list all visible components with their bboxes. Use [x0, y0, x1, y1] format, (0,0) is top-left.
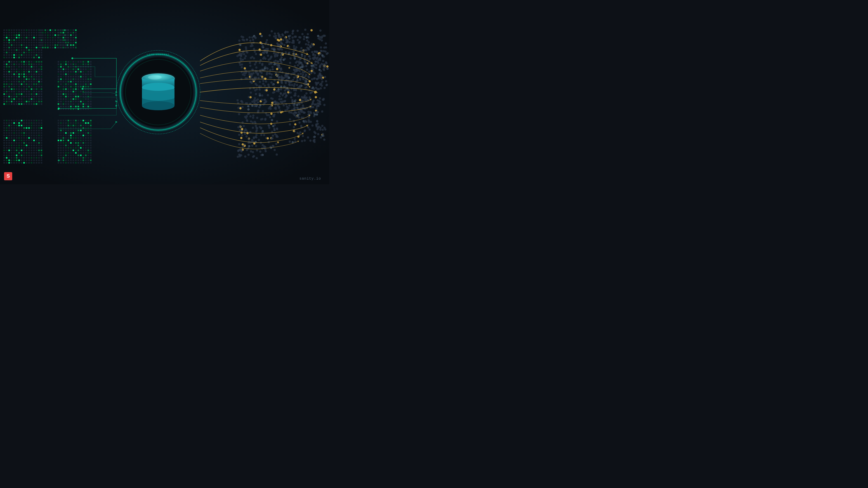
svg-rect-560: [41, 91, 42, 92]
svg-point-2059: [250, 150, 252, 153]
svg-rect-804: [80, 88, 82, 90]
svg-point-1501: [260, 42, 263, 45]
svg-rect-641: [58, 61, 59, 63]
svg-rect-1175: [38, 157, 40, 159]
svg-point-1819: [259, 100, 262, 102]
svg-rect-762: [80, 81, 82, 83]
svg-rect-238: [62, 37, 64, 38]
svg-rect-951: [38, 122, 40, 124]
svg-point-2299: [302, 117, 305, 119]
svg-point-2547: [296, 54, 299, 56]
svg-point-1621: [276, 64, 279, 66]
svg-rect-912: [70, 108, 72, 110]
svg-rect-613: [13, 101, 15, 102]
svg-rect-445: [33, 73, 35, 75]
svg-rect-1386: [80, 150, 82, 151]
svg-rect-461: [33, 76, 35, 77]
svg-rect-1454: [75, 162, 76, 164]
svg-point-2159: [292, 72, 294, 74]
svg-rect-215: [64, 32, 66, 33]
svg-rect-506: [26, 84, 27, 85]
svg-rect-863: [88, 98, 89, 100]
svg-rect-1037: [13, 137, 15, 139]
svg-point-2463: [320, 63, 323, 65]
svg-rect-1222: [90, 120, 92, 121]
svg-point-1667: [292, 40, 295, 42]
svg-rect-965: [33, 125, 35, 126]
svg-rect-1124: [31, 150, 32, 151]
svg-rect-243: [44, 39, 46, 41]
svg-point-1961: [261, 130, 264, 132]
svg-rect-450: [6, 76, 7, 77]
svg-rect-786: [70, 86, 72, 88]
svg-rect-1414: [80, 155, 82, 156]
svg-point-2392: [304, 139, 306, 142]
svg-rect-1446: [90, 160, 92, 161]
svg-rect-885: [72, 103, 74, 105]
svg-point-1529: [277, 52, 279, 54]
svg-point-2332: [297, 116, 299, 118]
svg-rect-862: [85, 98, 87, 100]
svg-point-1509: [264, 66, 266, 68]
svg-point-1770: [272, 68, 274, 70]
svg-point-2437: [304, 71, 306, 73]
svg-rect-226: [62, 34, 64, 36]
svg-point-2019: [269, 106, 271, 108]
svg-point-2334: [324, 128, 327, 131]
svg-rect-629: [13, 103, 15, 105]
svg-rect-968: [41, 125, 42, 126]
svg-point-1716: [283, 44, 285, 46]
svg-point-1590: [250, 57, 252, 59]
svg-rect-1326: [70, 140, 72, 141]
svg-rect-540: [31, 88, 32, 90]
svg-rect-291: [63, 29, 64, 31]
svg-rect-577: [3, 96, 5, 97]
svg-rect-727: [63, 76, 64, 77]
svg-point-1709: [303, 66, 305, 68]
svg-rect-236: [57, 37, 59, 38]
svg-rect-982: [36, 127, 37, 129]
svg-rect-423: [18, 71, 20, 72]
svg-rect-193: [39, 29, 41, 31]
svg-rect-336: [75, 42, 76, 43]
svg-point-1548: [269, 58, 272, 60]
svg-rect-989: [13, 130, 15, 131]
svg-point-1917: [255, 105, 257, 107]
svg-rect-447: [38, 73, 40, 75]
svg-point-2271: [313, 72, 316, 74]
svg-rect-51: [8, 37, 10, 38]
svg-rect-1228: [70, 122, 72, 124]
svg-point-1671: [324, 66, 326, 68]
svg-rect-1369: [72, 147, 74, 149]
svg-point-2356: [316, 128, 318, 130]
svg-point-1816: [249, 76, 251, 78]
svg-rect-434: [6, 73, 7, 75]
svg-point-1663: [277, 66, 279, 68]
svg-point-1598: [274, 63, 276, 65]
svg-point-1684: [318, 53, 320, 55]
svg-rect-149: [13, 52, 15, 53]
svg-rect-1331: [83, 140, 84, 141]
svg-rect-358: [16, 61, 18, 63]
svg-rect-906: [90, 106, 92, 107]
svg-rect-462: [36, 76, 37, 77]
svg-rect-1151: [18, 155, 20, 156]
svg-rect-1315: [78, 137, 79, 139]
svg-point-2181: [280, 92, 282, 94]
svg-rect-1377: [58, 150, 59, 151]
svg-point-1653: [305, 49, 307, 51]
svg-rect-1047: [38, 137, 40, 139]
svg-rect-1129: [3, 152, 5, 154]
svg-rect-95: [38, 42, 40, 43]
svg-point-1940: [252, 141, 254, 143]
svg-rect-1380: [65, 150, 67, 151]
svg-point-2371: [291, 141, 294, 143]
svg-rect-1149: [13, 155, 15, 156]
svg-point-2190: [311, 91, 313, 94]
svg-point-2133: [304, 99, 306, 101]
svg-point-2227: [301, 96, 303, 98]
svg-point-2035: [246, 131, 248, 133]
svg-rect-396: [31, 66, 32, 68]
svg-rect-13: [33, 29, 35, 31]
svg-rect-1212: [65, 120, 67, 121]
